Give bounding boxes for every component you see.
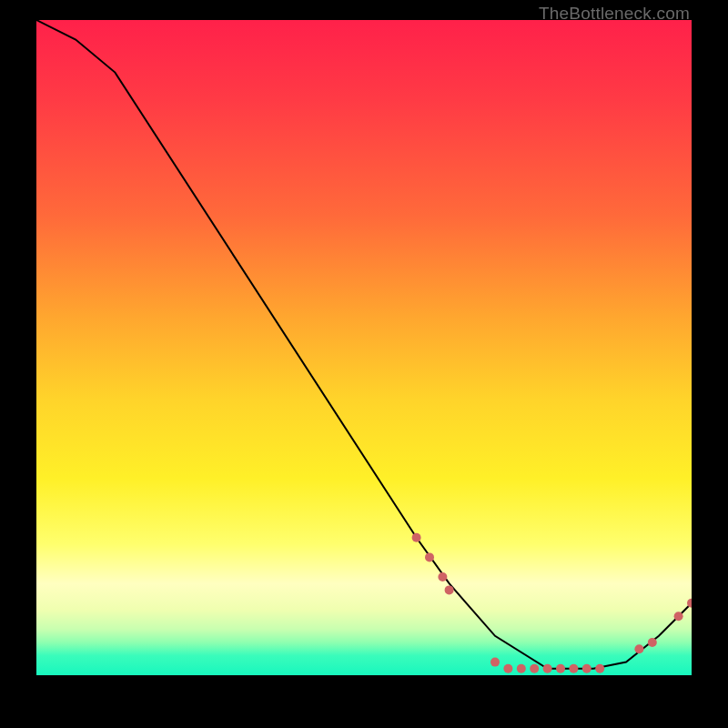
curve-marker <box>569 664 578 673</box>
curve-marker <box>438 572 447 581</box>
plot-area <box>36 20 692 675</box>
curve-marker <box>490 658 500 667</box>
curve-marker <box>517 664 526 673</box>
curve-markers <box>412 533 692 673</box>
curve-marker <box>503 664 512 673</box>
curve-marker <box>543 664 552 673</box>
curve-marker <box>648 638 657 647</box>
bottleneck-curve-line <box>36 20 692 669</box>
curve-marker <box>595 664 604 673</box>
curve-marker <box>412 533 421 542</box>
chart-frame: TheBottleneck.com <box>0 0 728 728</box>
curve-marker <box>582 664 592 673</box>
curve-marker <box>445 585 454 594</box>
curve-marker <box>425 552 434 561</box>
curve-svg <box>36 20 692 675</box>
curve-marker <box>556 664 565 673</box>
curve-marker <box>634 644 643 653</box>
curve-marker <box>530 664 539 673</box>
curve-marker <box>674 612 683 621</box>
